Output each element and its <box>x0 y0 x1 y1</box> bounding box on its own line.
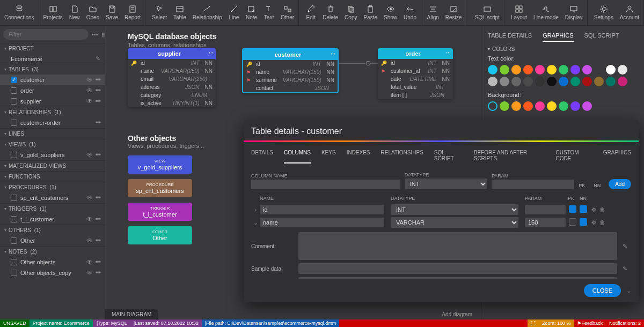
color-swatch[interactable] <box>606 65 616 75</box>
pencil-icon[interactable]: ✎ <box>623 265 631 272</box>
color-swatch[interactable] <box>500 101 509 111</box>
modal-tab-graphics[interactable]: GRAPHICS <box>603 147 631 164</box>
pencil-icon[interactable]: ✎ <box>96 55 100 62</box>
resize-button[interactable]: Resize <box>442 0 465 25</box>
db-column-row[interactable]: emailVARCHAR(250) <box>128 75 216 83</box>
other-button[interactable]: Other <box>277 0 297 25</box>
more-icon[interactable]: ••• <box>95 194 100 202</box>
db-table-header[interactable]: order ⋯ <box>378 48 453 59</box>
color-swatch[interactable] <box>547 65 557 75</box>
more-icon[interactable]: ••• <box>95 98 100 105</box>
filter-list-icon[interactable]: ▤ <box>101 31 105 38</box>
col-datatype-select[interactable]: VARCHAR <box>391 217 518 228</box>
checkbox-icon[interactable] <box>11 270 17 276</box>
modal-close-button[interactable]: CLOSE <box>584 284 621 297</box>
db-column-row[interactable]: 🔑idINTNN <box>378 59 453 67</box>
relationship-button[interactable]: Relationship <box>189 0 225 25</box>
checkbox-icon[interactable] <box>11 77 17 83</box>
delete-icon[interactable]: 🗑 <box>598 219 606 226</box>
db-column-row[interactable]: contactJSON <box>243 84 338 92</box>
nn-checkbox[interactable] <box>580 218 587 226</box>
color-swatch[interactable] <box>523 65 533 75</box>
color-swatch[interactable] <box>594 77 604 86</box>
db-column-row[interactable]: addressJSONNN <box>128 83 216 91</box>
tree-item-other-objects-copy[interactable]: Other objects_copy👁••• <box>0 267 105 278</box>
db-column-row[interactable]: ⚑nameVARCHAR(150)NN <box>243 68 338 76</box>
more-icon[interactable]: ••• <box>95 119 100 127</box>
copy-button[interactable]: Copy <box>341 0 360 25</box>
open-button[interactable]: Open <box>83 0 103 25</box>
table-button[interactable]: Table <box>170 0 189 25</box>
align-button[interactable]: Align <box>424 0 442 25</box>
connections-button[interactable]: Connections <box>1 0 38 25</box>
tree-item-order[interactable]: order👁••• <box>0 85 105 96</box>
layout-button[interactable]: Layout <box>508 0 530 25</box>
text-button[interactable]: TText <box>260 0 277 25</box>
tree-header-others[interactable]: ▾OTHERS (1) <box>0 225 105 235</box>
move-icon[interactable]: ✥ <box>589 206 598 213</box>
color-swatch[interactable] <box>582 101 592 111</box>
rp-tab-sql-script[interactable]: SQL SCRIPT <box>584 30 619 42</box>
sample-input[interactable] <box>298 263 617 274</box>
status-notifications[interactable]: Notifications: 2 <box>606 319 644 327</box>
tree-header-relationships[interactable]: ▾RELATIONSHIPS (1) <box>0 107 105 117</box>
paste-button[interactable]: Paste <box>360 0 380 25</box>
object-card-sp-cnt-customers[interactable]: PROCEDUREsp_cnt_customers <box>128 179 192 197</box>
projects-button[interactable]: Projects <box>40 0 66 25</box>
more-icon[interactable]: ••• <box>95 237 100 244</box>
db-column-row[interactable]: ⚑surnameVARCHAR(150)NN <box>243 76 338 84</box>
db-table-header[interactable]: supplier ⋯ <box>128 48 216 59</box>
tree-header-triggers[interactable]: ▾TRIGGERS (1) <box>0 204 105 214</box>
color-swatch[interactable] <box>606 77 616 86</box>
display-button[interactable]: Display <box>562 0 586 25</box>
col-param-input[interactable] <box>525 218 566 227</box>
object-card-v-gold-suppliers[interactable]: VIEWv_gold_suppliers <box>128 155 192 174</box>
tree-header-procedures[interactable]: ▾PROCEDURES (1) <box>0 182 105 192</box>
save-button[interactable]: Save <box>103 0 121 25</box>
color-swatch[interactable] <box>511 77 521 86</box>
add-column-button[interactable]: Add <box>609 179 631 189</box>
color-swatch[interactable] <box>547 77 557 86</box>
modal-tab-custom-code[interactable]: CUSTOM CODE <box>556 147 592 164</box>
eye-icon[interactable]: 👁 <box>86 258 93 266</box>
eye-icon[interactable]: 👁 <box>86 237 93 244</box>
filter-options-icon[interactable]: ••• <box>92 31 98 38</box>
color-swatch[interactable] <box>582 77 592 86</box>
modal-chevron-icon[interactable]: ⌄ <box>626 287 631 294</box>
object-card-t-i-customer[interactable]: TRIGGERt_i_customer <box>128 203 192 221</box>
modal-tab-details[interactable]: DETAILS <box>251 147 273 164</box>
tree-item-t-i-customer[interactable]: t_i_customer👁••• <box>0 214 105 225</box>
checkbox-icon[interactable] <box>11 195 17 201</box>
checkbox-icon[interactable] <box>11 237 17 244</box>
eye-icon[interactable]: 👁 <box>86 76 93 84</box>
pk-checkbox[interactable] <box>569 218 576 226</box>
expand-icon[interactable]: ⌄ <box>251 219 260 226</box>
modal-tab-sql-script[interactable]: SQL SCRIPT <box>434 147 463 164</box>
db-table-supplier[interactable]: supplier ⋯🔑idINTNNnameVARCHAR(250)NNemai… <box>128 48 216 107</box>
pencil-icon[interactable]: ✎ <box>623 243 631 250</box>
modal-tab-before-and-after-scripts[interactable]: BEFORE AND AFTER SCRIPTS <box>474 147 545 164</box>
undo-button[interactable]: Undo <box>400 0 420 25</box>
sql-script-button[interactable]: SQL script <box>472 0 503 25</box>
tree-header-lines[interactable]: ▾LINES <box>0 129 105 139</box>
nn-checkbox[interactable] <box>580 205 587 213</box>
col-datatype-select[interactable]: INT <box>391 204 518 215</box>
settings-button[interactable]: Settings <box>591 0 617 25</box>
db-column-row[interactable]: 🔑idINTNN <box>128 59 216 67</box>
line-mode-button[interactable]: Line mode <box>530 0 562 25</box>
eye-icon[interactable]: 👁 <box>86 151 93 159</box>
color-swatch[interactable] <box>570 77 580 86</box>
more-icon[interactable]: ••• <box>95 269 100 277</box>
color-swatch[interactable] <box>594 65 604 75</box>
color-swatch[interactable] <box>570 101 580 111</box>
db-column-row[interactable]: is_activeTINYINT(1)NN <box>128 99 216 107</box>
delete-icon[interactable]: 🗑 <box>598 206 606 213</box>
db-column-row[interactable]: categoryENUM <box>128 91 216 99</box>
show-button[interactable]: Show <box>380 0 400 25</box>
pk-checkbox[interactable] <box>569 205 576 213</box>
col-name-input[interactable] <box>260 218 384 227</box>
color-swatch[interactable] <box>559 65 568 75</box>
account-button[interactable]: Account <box>617 0 642 25</box>
eye-icon[interactable]: 👁 <box>86 87 93 94</box>
color-swatch[interactable] <box>523 77 533 86</box>
